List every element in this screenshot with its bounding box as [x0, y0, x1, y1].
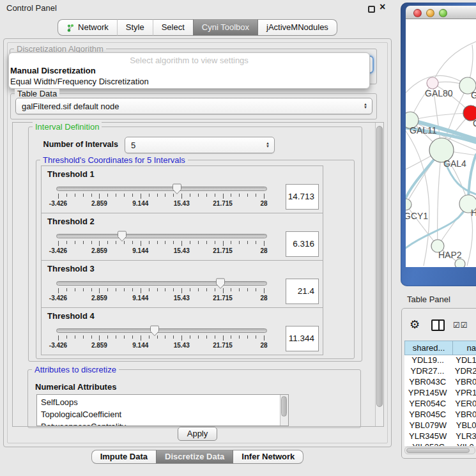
tab-style[interactable]: Style: [117, 19, 153, 36]
number-of-intervals-value: 5: [131, 141, 135, 150]
table-row[interactable]: YER054CYER0: [404, 399, 476, 410]
traffic-light-zoom-icon[interactable]: [439, 9, 447, 17]
threshold-value-field[interactable]: 6.316: [286, 231, 319, 257]
slider-track[interactable]: [56, 234, 267, 238]
thresholds-group-title: Threshold's Coordinates for 5 Intervals: [40, 155, 188, 165]
table-panel-title: Table Panel: [407, 295, 450, 304]
column-header-shared-name[interactable]: shared...: [404, 341, 453, 355]
column-header-name[interactable]: na: [452, 341, 476, 355]
threshold-slider[interactable]: -3.4262.8599.14415.4321.71528: [54, 183, 269, 212]
network-node[interactable]: [427, 77, 438, 89]
network-graph[interactable]: GAL80GACGAL11GAL4GCY1HHAP2: [406, 19, 476, 267]
apply-button[interactable]: Apply: [178, 427, 217, 441]
table-row[interactable]: YBL079WYBL0: [404, 420, 476, 431]
network-node-label: C: [473, 118, 476, 128]
table-row[interactable]: YPR145WYPR1: [404, 388, 476, 399]
network-edge[interactable]: [433, 42, 476, 83]
interval-definition-group-title: Interval Definition: [33, 122, 102, 132]
table-row[interactable]: YDL19...YDL1: [404, 355, 476, 366]
network-node[interactable]: [406, 199, 411, 210]
numerical-attributes-label: Numerical Attributes: [35, 382, 116, 392]
threshold-label: Threshold 2: [47, 217, 95, 226]
algorithm-popup-hint: Select algorithm to view settings: [9, 53, 369, 65]
network-view-canvas[interactable]: GAL80GACGAL11GAL4GCY1HHAP2: [406, 19, 476, 267]
algorithm-option[interactable]: Manual Discretization: [9, 65, 369, 76]
network-node-label: GA: [471, 90, 476, 100]
tab-discretize-data[interactable]: Discretize Data: [156, 450, 233, 464]
tab-infer-network[interactable]: Infer Network: [233, 450, 303, 464]
combo-stepper-icon: ▲▼: [364, 103, 367, 109]
slider-thumb[interactable]: [172, 183, 182, 195]
threshold-slider[interactable]: -3.4262.8599.14415.4321.71528: [54, 325, 269, 354]
threshold-panel: Threshold 2 -3.4262.8599.14415.4321.7152…: [41, 213, 323, 261]
tab-jactivemnodules[interactable]: jActiveMNodules: [258, 19, 337, 36]
number-of-intervals-label: Number of Intervals: [38, 140, 118, 149]
column-checkboxes-icon[interactable]: ☑☑: [453, 321, 468, 330]
scrollbar-thumb[interactable]: [281, 396, 287, 417]
network-node-label: HAP2: [438, 250, 462, 260]
network-edge[interactable]: [410, 113, 471, 120]
attributes-group-title: Attributes to discretize: [32, 365, 119, 374]
scrollbar-thumb[interactable]: [406, 448, 470, 453]
slider-thumb[interactable]: [150, 325, 160, 337]
threshold-slider[interactable]: -3.4262.8599.14415.4321.71528: [54, 230, 269, 259]
tab-network[interactable]: Network: [58, 19, 117, 36]
table-horizontal-scrollbar[interactable]: [404, 447, 475, 454]
gear-icon[interactable]: ⚙: [410, 319, 420, 330]
algorithm-option[interactable]: Equal Width/Frequency Discretization: [9, 76, 369, 87]
network-node-label: GAL11: [410, 125, 437, 135]
table-data-selected-value: galFiltered.sif default node: [22, 102, 119, 111]
list-vertical-scrollbar[interactable]: [280, 395, 288, 426]
threshold-value-field[interactable]: 11.344: [286, 326, 319, 351]
table-row[interactable]: YIL052CYIL0: [404, 442, 476, 446]
tab-impute-data[interactable]: Impute Data: [91, 450, 156, 464]
network-node-label: H: [471, 208, 476, 218]
float-window-icon[interactable]: [368, 6, 375, 13]
traffic-light-close-icon[interactable]: [413, 9, 422, 17]
table-row[interactable]: YLR345WYLR3: [404, 431, 476, 442]
attribute-list-item[interactable]: SelfLoops: [37, 396, 288, 408]
split-columns-icon[interactable]: [431, 319, 445, 331]
threshold-label: Threshold 1: [47, 169, 95, 179]
slider-track[interactable]: [56, 281, 267, 286]
network-window-titlebar[interactable]: [406, 6, 476, 19]
combo-stepper-icon: ▲▼: [266, 142, 270, 148]
screen: Control Panel × NetworkStyleSelectCyni T…: [0, 0, 476, 476]
slider-track[interactable]: [56, 187, 267, 191]
close-icon[interactable]: ×: [380, 1, 385, 13]
threshold-slider[interactable]: -3.4262.8599.14415.4321.71528: [54, 277, 269, 307]
slider-thumb[interactable]: [215, 278, 226, 289]
threshold-label: Threshold 4: [47, 311, 95, 321]
network-edge[interactable]: [438, 150, 441, 246]
attribute-list-item[interactable]: TopologicalCoefficient: [37, 408, 288, 420]
numerical-attributes-list[interactable]: SelfLoopsTopologicalCoefficientBetweenne…: [36, 394, 289, 426]
table-data-combobox[interactable]: galFiltered.sif default node ▲▼: [15, 98, 372, 114]
control-panel-title: Control Panel: [6, 3, 57, 13]
traffic-light-minimize-icon[interactable]: [426, 9, 434, 17]
tab-cyni-toolbox[interactable]: Cyni Toolbox: [193, 19, 258, 36]
threshold-value-field[interactable]: 14.713: [286, 184, 319, 210]
network-node-label: GAL80: [425, 88, 453, 98]
slider-thumb[interactable]: [117, 231, 127, 242]
cyni-mode-tabbar: Impute DataDiscretize DataInfer Network: [0, 450, 395, 464]
algorithm-dropdown-popup: Select algorithm to view settings Manual…: [8, 52, 370, 89]
number-of-intervals-combobox[interactable]: 5 ▲▼: [125, 137, 275, 153]
table-data-group-title: Table Data: [15, 89, 59, 98]
tab-select[interactable]: Select: [153, 19, 193, 36]
settings-vertical-scrollbar[interactable]: [375, 123, 383, 426]
control-panel-tabbar: NetworkStyleSelectCyni ToolboxjActiveMNo…: [0, 19, 395, 36]
table-row[interactable]: YDR27...YDR2: [404, 366, 476, 377]
network-node-label: GCY1: [406, 211, 428, 221]
table-row[interactable]: YBR045CYBR0: [404, 410, 476, 420]
scrollbar-thumb[interactable]: [376, 126, 383, 407]
threshold-value-field[interactable]: 21.4: [286, 279, 319, 304]
table-row[interactable]: YBR043CYBR0: [404, 377, 476, 388]
network-icon: [66, 24, 75, 32]
threshold-panel: Threshold 1 -3.4262.8599.14415.4321.7152…: [41, 165, 323, 213]
threshold-panel: Threshold 4 -3.4262.8599.14415.4321.7152…: [41, 307, 323, 355]
threshold-panel: Threshold 3 -3.4262.8599.14415.4321.7152…: [41, 260, 323, 308]
node-table-rows: YDL19...YDL1YDR27...YDR2YBR043CYBR0YPR14…: [404, 355, 476, 446]
attribute-list-item[interactable]: BetweennessCentrality: [37, 420, 288, 426]
slider-track[interactable]: [56, 328, 267, 333]
network-node-label: GAL4: [443, 158, 466, 169]
